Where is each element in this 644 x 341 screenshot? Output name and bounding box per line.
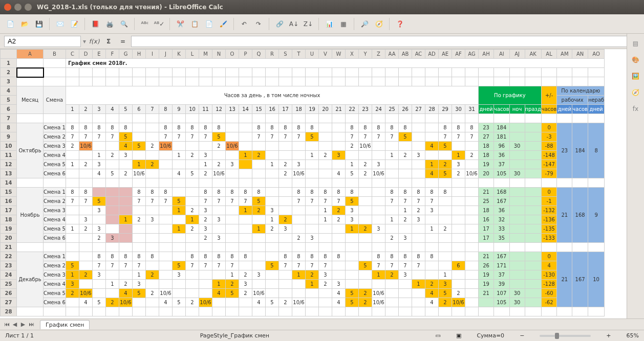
zoom-in-icon[interactable]: + (606, 332, 611, 339)
paste-icon[interactable]: 📄 (203, 18, 215, 30)
minimize-icon[interactable] (14, 4, 22, 11)
help-icon[interactable]: ❓ (394, 18, 406, 30)
col-header[interactable]: R (266, 50, 279, 59)
gallery-panel-icon[interactable]: 🖼️ (630, 71, 641, 82)
print-icon[interactable]: 🖨️ (103, 18, 116, 30)
day-cell (146, 234, 159, 243)
col-header[interactable]: N (212, 50, 226, 59)
col-header[interactable]: AB (399, 50, 412, 59)
col-header[interactable]: Z (372, 50, 385, 59)
col-header[interactable]: AJ (509, 50, 525, 59)
col-header[interactable]: AC (412, 50, 425, 59)
redo-icon[interactable]: ↷ (252, 18, 265, 30)
close-icon[interactable] (4, 4, 11, 11)
col-header[interactable]: AH (479, 50, 494, 59)
zoom-out-icon[interactable]: − (520, 332, 524, 339)
col-header[interactable]: AK (525, 50, 541, 59)
open-icon[interactable]: 📂 (18, 18, 31, 30)
day-cell: 2 (133, 215, 146, 224)
day-cell (146, 123, 159, 132)
insert-mode-icon[interactable]: ▭ (436, 332, 441, 339)
chart-icon[interactable]: 📊 (323, 18, 335, 30)
col-header[interactable]: AE (439, 50, 452, 59)
zoom-slider[interactable] (540, 335, 591, 337)
save-icon[interactable]: 💾 (33, 18, 45, 30)
col-header[interactable]: AI (494, 50, 510, 59)
row-header[interactable]: 21 (1, 243, 17, 252)
undo-icon[interactable]: ↶ (238, 18, 250, 30)
col-header[interactable]: AD (425, 50, 439, 59)
col-header[interactable]: K (173, 50, 186, 59)
col-header[interactable]: Y (359, 50, 372, 59)
col-header[interactable]: V (319, 50, 332, 59)
copy-icon[interactable]: 📋 (188, 18, 201, 30)
col-header[interactable]: U (306, 50, 319, 59)
hyperlink-icon[interactable]: 🔗 (273, 18, 286, 30)
col-header[interactable]: Q (252, 50, 266, 59)
day-cell (385, 224, 399, 234)
col-header[interactable]: F (106, 50, 119, 59)
last-tab-icon[interactable]: ⏭ (28, 321, 35, 328)
email-icon[interactable]: ✉️ (54, 18, 66, 30)
spreadsheet-area[interactable]: ABCDEFGHIJKLMNOPQRSTUVWXYZAAABACADAEAFAG… (0, 49, 644, 319)
col-header[interactable]: I (146, 50, 159, 59)
styles-panel-icon[interactable]: 🎨 (630, 54, 641, 65)
function-wizard-icon[interactable]: f(x) (88, 35, 100, 48)
col-header[interactable]: H (133, 50, 146, 59)
col-header[interactable]: AN (572, 50, 588, 59)
next-tab-icon[interactable]: ▶ (19, 321, 27, 328)
name-box[interactable] (4, 36, 81, 47)
edit-doc-icon[interactable]: 📝 (68, 18, 80, 30)
row-header[interactable]: 3 (1, 77, 17, 86)
col-header[interactable]: L (186, 50, 199, 59)
spellcheck-icon[interactable]: ᴬᴮᶜ (139, 18, 151, 30)
col-header[interactable]: AF (452, 50, 465, 59)
properties-panel-icon[interactable]: ▤ (630, 38, 641, 49)
col-header[interactable]: T (292, 50, 306, 59)
sum-icon[interactable]: Σ (102, 35, 115, 48)
filter-icon[interactable]: ▦ (337, 18, 350, 30)
col-header[interactable]: AL (541, 50, 557, 59)
col-header[interactable]: O (226, 50, 239, 59)
col-header[interactable]: D (79, 50, 93, 59)
col-header[interactable]: A (17, 50, 44, 59)
navigator-panel-icon[interactable]: 🧭 (630, 87, 641, 98)
first-tab-icon[interactable]: ⏮ (3, 321, 10, 328)
cut-icon[interactable]: ✂️ (174, 18, 186, 30)
print-preview-icon[interactable]: 🔍 (118, 18, 130, 30)
col-header[interactable]: E (93, 50, 106, 59)
sheet-tab[interactable]: График смен (40, 320, 90, 329)
col-header[interactable]: AM (557, 50, 572, 59)
row-header[interactable]: 28 (1, 307, 17, 316)
col-header[interactable]: X (346, 50, 359, 59)
equals-icon[interactable]: = (117, 35, 129, 48)
format-paint-icon[interactable]: 🖌️ (217, 18, 229, 30)
sort-asc-icon[interactable]: A↓ (288, 18, 300, 30)
export-pdf-icon[interactable]: 📕 (89, 18, 101, 30)
prev-tab-icon[interactable]: ◀ (11, 321, 18, 328)
col-header[interactable]: AG (465, 50, 479, 59)
row-header[interactable]: 14 (1, 178, 17, 188)
row-header[interactable]: 7 (1, 114, 17, 123)
auto-spellcheck-icon[interactable]: ᴬᴮ✓ (153, 18, 165, 30)
col-header[interactable]: AA (385, 50, 399, 59)
sort-desc-icon[interactable]: Z↓ (302, 18, 314, 30)
col-header[interactable]: W (332, 50, 346, 59)
maximize-icon[interactable] (25, 4, 32, 11)
col-header[interactable]: J (159, 50, 173, 59)
stat-cell: 39 (494, 280, 510, 289)
find-icon[interactable]: 🔎 (358, 18, 371, 30)
col-header[interactable]: P (239, 50, 252, 59)
navigator-icon[interactable]: 🧭 (373, 18, 385, 30)
day-cell (119, 188, 133, 197)
new-doc-icon[interactable]: 📄 (4, 18, 16, 30)
functions-panel-icon[interactable]: fx (630, 103, 641, 115)
selection-mode-icon[interactable]: ▣ (456, 332, 461, 339)
formula-input[interactable] (131, 36, 635, 47)
col-header[interactable]: S (279, 50, 292, 59)
col-header[interactable]: G (119, 50, 133, 59)
col-header[interactable]: AO (588, 50, 604, 59)
col-header[interactable]: C (66, 50, 79, 59)
col-header[interactable]: M (199, 50, 212, 59)
col-header[interactable]: B (44, 50, 66, 59)
